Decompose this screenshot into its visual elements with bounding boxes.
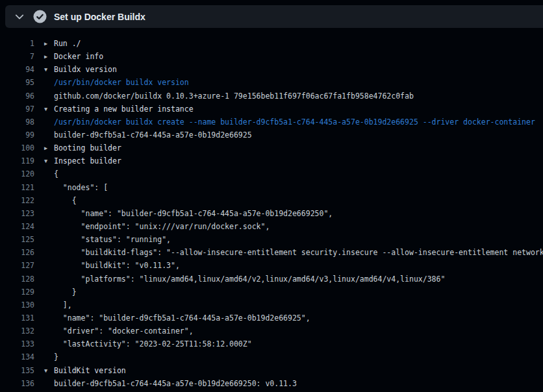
line-number[interactable]: 98 (0, 116, 34, 129)
line-number[interactable]: 100 (0, 141, 34, 154)
disclosure-triangle-icon: ▶ (34, 37, 54, 50)
disclosure-triangle-icon: ▼ (34, 154, 54, 167)
log-text: } (54, 350, 58, 363)
log-line: 123 "name": "builder-d9cfb5a1-c764-445a-… (0, 207, 543, 220)
log-line: 95 /usr/bin/docker buildx version (0, 76, 543, 89)
log-text: builder-d9cfb5a1-c764-445a-a57e-0b19d2e6… (54, 377, 297, 390)
line-number[interactable]: 130 (0, 299, 34, 312)
log-line[interactable]: 94 ▼ Buildx version (0, 63, 543, 76)
line-number[interactable]: 95 (0, 76, 34, 89)
log-line: 99 builder-d9cfb5a1-c764-445a-a57e-0b19d… (0, 129, 543, 141)
disclosure-triangle-icon (34, 259, 54, 272)
log-line[interactable]: 7 ▶ Docker info (0, 50, 543, 63)
log-line: 133 "lastActivity": "2023-02-25T11:58:12… (0, 337, 543, 350)
log-text: Booting builder (54, 141, 121, 154)
line-number[interactable]: 135 (0, 364, 34, 377)
log-line: 122 { (0, 194, 543, 207)
disclosure-triangle-icon (34, 167, 54, 180)
log-text: Run ./ (54, 37, 81, 50)
line-number[interactable]: 127 (0, 259, 34, 272)
step-header[interactable]: Set up Docker Buildx (5, 5, 543, 28)
disclosure-triangle-icon (34, 76, 54, 89)
disclosure-triangle-icon (34, 233, 54, 246)
log-text: Inspect builder (54, 154, 121, 167)
log-line[interactable]: 119 ▼ Inspect builder (0, 154, 543, 167)
log-line: 128 "platforms": "linux/amd64,linux/amd6… (0, 273, 543, 286)
disclosure-triangle-icon: ▶ (34, 141, 54, 154)
line-number[interactable]: 133 (0, 337, 34, 350)
log-line: 98 /usr/bin/docker buildx create --name … (0, 116, 543, 129)
log-text: builder-d9cfb5a1-c764-445a-a57e-0b19d2e6… (54, 129, 252, 141)
disclosure-triangle-icon (34, 299, 54, 312)
log-text: "name": "builder-d9cfb5a1-c764-445a-a57e… (54, 207, 333, 220)
log-line[interactable]: 1 ▶ Run ./ (0, 37, 543, 50)
log-text: "status": "running", (54, 233, 171, 246)
disclosure-triangle-icon (34, 273, 54, 286)
disclosure-triangle-icon (34, 220, 54, 233)
line-number[interactable]: 128 (0, 273, 34, 286)
disclosure-triangle-icon: ▼ (34, 103, 54, 116)
log-text: { (54, 194, 77, 207)
log-line: 129 } (0, 286, 543, 299)
line-number[interactable]: 97 (0, 103, 34, 116)
disclosure-triangle-icon (34, 90, 54, 103)
log-text: ], (54, 299, 72, 312)
step-title: Set up Docker Buildx (54, 12, 145, 22)
check-circle-icon (33, 10, 47, 23)
line-number[interactable]: 99 (0, 129, 34, 141)
line-number[interactable]: 121 (0, 181, 34, 194)
disclosure-triangle-icon: ▶ (34, 50, 54, 63)
line-number[interactable]: 123 (0, 207, 34, 220)
disclosure-triangle-icon (34, 350, 54, 363)
log-line: 136 builder-d9cfb5a1-c764-445a-a57e-0b19… (0, 377, 543, 390)
line-number[interactable]: 134 (0, 350, 34, 363)
log-line: 130 ], (0, 299, 543, 312)
line-number[interactable]: 125 (0, 233, 34, 246)
line-number[interactable]: 1 (0, 37, 34, 50)
line-number[interactable]: 120 (0, 167, 34, 180)
line-number[interactable]: 94 (0, 63, 34, 76)
disclosure-triangle-icon (34, 325, 54, 337)
line-number[interactable]: 96 (0, 90, 34, 103)
line-number[interactable]: 136 (0, 377, 34, 390)
log-line: 131 "name": "builder-d9cfb5a1-c764-445a-… (0, 312, 543, 325)
line-number[interactable]: 7 (0, 50, 34, 63)
log-line: 125 "status": "running", (0, 233, 543, 246)
line-number[interactable]: 132 (0, 325, 34, 337)
disclosure-triangle-icon (34, 207, 54, 220)
log-text: github.com/docker/buildx 0.10.3+azure-1 … (54, 90, 414, 103)
log-line: 120 { (0, 167, 543, 180)
log-text: BuildKit version (54, 364, 126, 377)
log-text: /usr/bin/docker buildx create --name bui… (54, 116, 535, 129)
log-line: 132 "driver": "docker-container", (0, 325, 543, 337)
log-line: 127 "buildkit": "v0.11.3", (0, 259, 543, 272)
line-number[interactable]: 126 (0, 246, 34, 259)
line-number[interactable]: 124 (0, 220, 34, 233)
log-line[interactable]: 100 ▶ Booting builder (0, 141, 543, 154)
log-text: "nodes": [ (54, 181, 108, 194)
line-number[interactable]: 119 (0, 154, 34, 167)
disclosure-triangle-icon (34, 246, 54, 259)
line-number[interactable]: 129 (0, 286, 34, 299)
disclosure-triangle-icon (34, 286, 54, 299)
line-number[interactable]: 122 (0, 194, 34, 207)
log-container: 1 ▶ Run ./ 7 ▶ Docker info 94 ▼ Buildx v… (0, 37, 543, 390)
chevron-down-icon[interactable] (14, 12, 25, 22)
disclosure-triangle-icon (34, 129, 54, 141)
log-line: 96 github.com/docker/buildx 0.10.3+azure… (0, 90, 543, 103)
log-text: "lastActivity": "2023-02-25T11:58:12.000… (54, 337, 252, 350)
log-line[interactable]: 97 ▼ Creating a new builder instance (0, 103, 543, 116)
log-text: "buildkit": "v0.11.3", (54, 259, 180, 272)
log-text: Buildx version (54, 63, 117, 76)
log-text: "endpoint": "unix:///var/run/docker.sock… (54, 220, 270, 233)
log-line: 134 } (0, 350, 543, 363)
log-line[interactable]: 135 ▼ BuildKit version (0, 364, 543, 377)
log-text: /usr/bin/docker buildx version (54, 76, 189, 89)
line-number[interactable]: 131 (0, 312, 34, 325)
log-text: "platforms": "linux/amd64,linux/amd64/v2… (54, 273, 445, 286)
disclosure-triangle-icon: ▼ (34, 63, 54, 76)
disclosure-triangle-icon: ▼ (34, 364, 54, 377)
log-text: Docker info (54, 50, 103, 63)
log-text: Creating a new builder instance (54, 103, 194, 116)
log-line: 124 "endpoint": "unix:///var/run/docker.… (0, 220, 543, 233)
